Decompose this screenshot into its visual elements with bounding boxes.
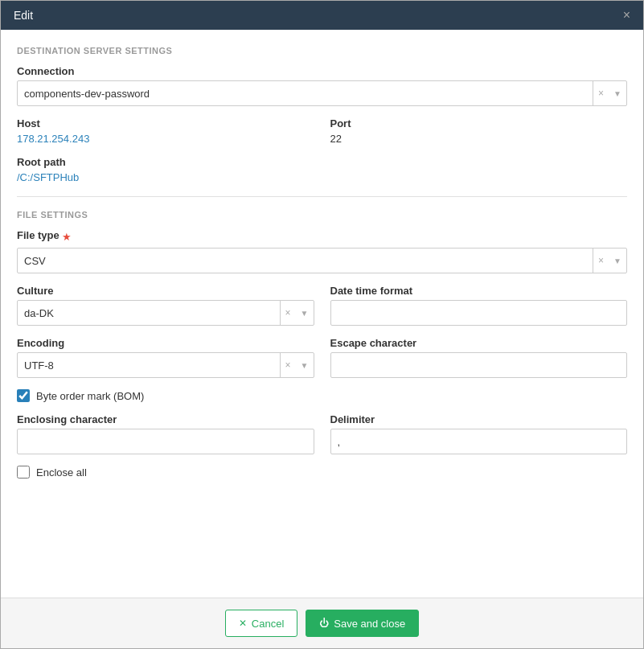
encoding-select[interactable]: UTF-8 × ▼	[17, 352, 314, 378]
datetime-group: Date time format	[330, 285, 628, 326]
connection-arrow-icon[interactable]: ▼	[609, 89, 626, 98]
host-group: Host 178.21.254.243	[17, 117, 314, 145]
enclosing-input[interactable]	[17, 429, 314, 454]
port-label: Port	[330, 117, 628, 129]
root-path-group: Root path /C:/SFTPHub	[17, 156, 627, 183]
file-type-select[interactable]: CSV × ▼	[17, 248, 627, 273]
datetime-label: Date time format	[330, 285, 628, 297]
culture-label: Culture	[17, 285, 314, 297]
cancel-label: Cancel	[252, 618, 284, 630]
file-section-title: FILE SETTINGS	[17, 210, 627, 220]
datetime-input[interactable]	[330, 300, 628, 326]
save-label: Save and close	[334, 618, 405, 630]
close-button[interactable]: ×	[623, 9, 630, 22]
cancel-icon: ✕	[239, 618, 247, 629]
edit-modal: Edit × DESTINATION SERVER SETTINGS Conne…	[0, 0, 644, 649]
culture-datetime-row: Culture da-DK × ▼ Date time format	[17, 285, 627, 337]
connection-select[interactable]: components-dev-password × ▼	[17, 80, 627, 106]
culture-clear-icon[interactable]: ×	[281, 307, 296, 318]
port-group: Port 22	[330, 117, 628, 145]
file-section: FILE SETTINGS File type ★ CSV × ▼	[17, 210, 627, 479]
delimiter-label: Delimiter	[330, 413, 628, 425]
modal-footer: ✕ Cancel ⏻ Save and close	[1, 598, 643, 648]
culture-select[interactable]: da-DK × ▼	[17, 300, 314, 326]
culture-select-actions: × ▼	[280, 301, 314, 325]
file-type-value: CSV	[18, 255, 593, 267]
enclosing-label: Enclosing character	[17, 413, 314, 425]
culture-col: Culture da-DK × ▼	[17, 285, 314, 337]
encoding-arrow-icon[interactable]: ▼	[296, 361, 314, 370]
required-star: ★	[62, 231, 72, 243]
file-type-label-row: File type ★	[17, 229, 627, 244]
encoding-select-actions: × ▼	[280, 353, 314, 377]
connection-clear-icon[interactable]: ×	[593, 88, 609, 99]
delimiter-input[interactable]	[330, 429, 628, 454]
encoding-group: Encoding UTF-8 × ▼	[17, 337, 314, 378]
section-divider	[17, 196, 627, 197]
root-path-value: /C:/SFTPHub	[17, 171, 627, 183]
file-type-arrow-icon[interactable]: ▼	[609, 257, 626, 265]
escape-group: Escape character	[330, 337, 628, 378]
file-type-label: File type	[17, 229, 59, 241]
enclose-all-row: Enclose all	[17, 466, 627, 479]
host-label: Host	[17, 117, 314, 129]
save-button[interactable]: ⏻ Save and close	[306, 610, 419, 637]
connection-select-actions: × ▼	[593, 81, 626, 105]
host-col: Host 178.21.254.243	[17, 117, 314, 156]
modal-title: Edit	[14, 9, 33, 22]
escape-label: Escape character	[330, 337, 628, 349]
culture-arrow-icon[interactable]: ▼	[296, 309, 314, 318]
enclose-all-label[interactable]: Enclose all	[36, 466, 87, 479]
escape-input[interactable]	[330, 352, 628, 378]
encoding-col: Encoding UTF-8 × ▼	[17, 337, 314, 389]
destination-section: DESTINATION SERVER SETTINGS Connection c…	[17, 46, 627, 183]
encoding-label: Encoding	[17, 337, 314, 349]
delimiter-col: Delimiter	[330, 413, 628, 466]
host-port-row: Host 178.21.254.243 Port 22	[17, 117, 627, 156]
modal-header: Edit ×	[1, 1, 643, 30]
close-icon: ×	[623, 8, 630, 22]
culture-value: da-DK	[18, 307, 280, 319]
file-type-group: File type ★ CSV × ▼	[17, 229, 627, 273]
file-type-select-actions: × ▼	[593, 249, 626, 273]
modal-body: DESTINATION SERVER SETTINGS Connection c…	[1, 30, 643, 598]
encoding-value: UTF-8	[18, 359, 280, 372]
bom-checkbox[interactable]	[17, 389, 30, 402]
root-path-label: Root path	[17, 156, 627, 168]
delimiter-group: Delimiter	[330, 413, 628, 454]
escape-col: Escape character	[330, 337, 628, 389]
connection-value: components-dev-password	[18, 88, 593, 100]
enclosing-col: Enclosing character	[17, 413, 314, 466]
enclose-all-checkbox[interactable]	[17, 466, 30, 479]
connection-label: Connection	[17, 65, 627, 77]
port-col: Port 22	[330, 117, 628, 156]
encoding-escape-row: Encoding UTF-8 × ▼ Escape character	[17, 337, 627, 389]
host-value: 178.21.254.243	[17, 133, 314, 145]
bom-checkbox-row: Byte order mark (BOM)	[17, 389, 627, 402]
encoding-clear-icon[interactable]: ×	[281, 359, 296, 371]
bom-label[interactable]: Byte order mark (BOM)	[36, 390, 144, 402]
file-type-clear-icon[interactable]: ×	[593, 255, 609, 266]
culture-group: Culture da-DK × ▼	[17, 285, 314, 326]
enclosing-delimiter-row: Enclosing character Delimiter	[17, 413, 627, 466]
datetime-col: Date time format	[330, 285, 628, 337]
connection-group: Connection components-dev-password × ▼	[17, 65, 627, 106]
cancel-button[interactable]: ✕ Cancel	[225, 610, 297, 637]
enclosing-group: Enclosing character	[17, 413, 314, 454]
destination-section-title: DESTINATION SERVER SETTINGS	[17, 46, 627, 55]
save-icon: ⏻	[319, 618, 329, 629]
port-value: 22	[330, 133, 628, 145]
